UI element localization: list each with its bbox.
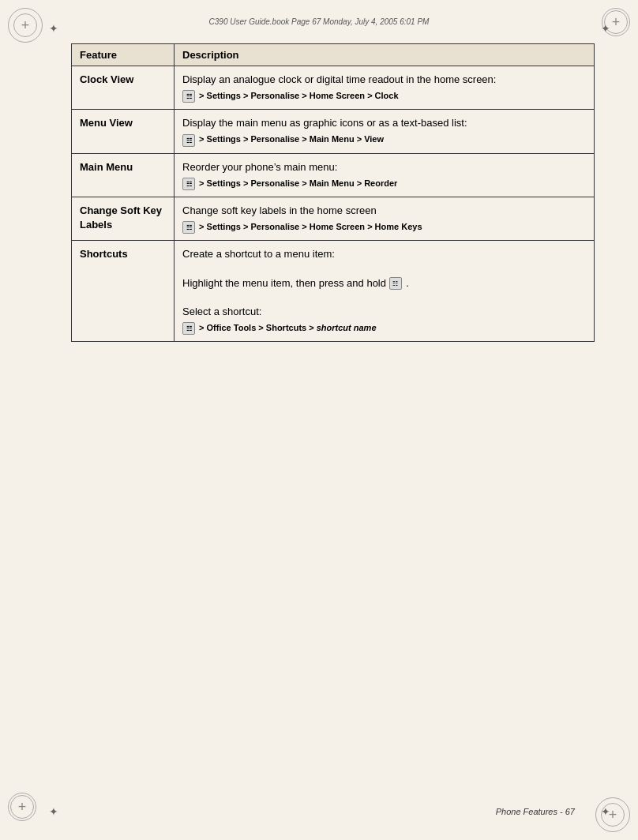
description-text: Change soft key labels in the home scree… [182, 204, 377, 216]
table-row: Change Soft Key Labels Change soft key l… [72, 197, 595, 240]
feature-label-menu-view: Menu View [72, 110, 175, 153]
table-row: Menu View Display the main menu as graph… [72, 110, 595, 153]
content-area: Feature Description Clock View Display a… [71, 43, 595, 797]
feature-label-shortcuts: Shortcuts [72, 241, 175, 342]
edge-mark-bottom-left: ✦ [49, 805, 58, 818]
description-text-1: Create a shortcut to a menu item: [182, 248, 335, 260]
edge-mark-top-right: ✦ [601, 22, 610, 35]
menu-path-shortcuts: ☷ > Office Tools > Shortcuts > shortcut … [182, 322, 586, 335]
corner-decoration-bl [8, 793, 47, 832]
description-text-2: Highlight the menu item, then press and … [182, 277, 409, 289]
col-header-feature: Feature [72, 44, 175, 66]
menu-icon: ☷ [182, 178, 195, 190]
menu-icon: ☷ [182, 221, 195, 234]
description-main-menu: Reorder your phone’s main menu: ☷ > Sett… [175, 153, 595, 197]
menu-icon: ☷ [182, 134, 195, 147]
corner-decoration-tr [591, 8, 630, 47]
col-header-description: Description [175, 44, 595, 66]
description-shortcuts: Create a shortcut to a menu item: Highli… [175, 241, 595, 342]
menu-icon: ☷ [182, 322, 195, 335]
menu-path-menu-view: ☷ > Settings > Personalise > Main Menu >… [182, 133, 586, 146]
corner-decoration-br [591, 793, 630, 832]
table-row: Main Menu Reorder your phone’s main menu… [72, 153, 595, 197]
description-menu-view: Display the main menu as graphic icons o… [175, 110, 595, 153]
menu-icon-inline: ☷ [389, 277, 402, 290]
menu-path-soft-key: ☷ > Settings > Personalise > Home Screen… [182, 221, 586, 234]
description-text: Display an analogue clock or digital tim… [182, 73, 496, 85]
feature-label-clock-view: Clock View [72, 66, 175, 110]
description-text: Reorder your phone’s main menu: [182, 161, 337, 173]
corner-decoration-tl [8, 8, 47, 47]
menu-path-main-menu: ☷ > Settings > Personalise > Main Menu >… [182, 178, 586, 190]
footer-text: Phone Features - 67 [63, 807, 575, 816]
description-soft-key: Change soft key labels in the home scree… [175, 197, 595, 240]
feature-label-soft-key: Change Soft Key Labels [72, 197, 175, 240]
description-clock-view: Display an analogue clock or digital tim… [175, 66, 595, 110]
menu-path-clock-view: ☷ > Settings > Personalise > Home Screen… [182, 90, 586, 103]
feature-table: Feature Description Clock View Display a… [71, 43, 595, 342]
edge-mark-bottom-right: ✦ [601, 805, 610, 818]
edge-mark-top-left: ✦ [49, 22, 58, 35]
feature-label-main-menu: Main Menu [72, 153, 175, 197]
header-text: C390 User Guide.book Page 67 Monday, Jul… [63, 17, 575, 26]
description-text: Display the main menu as graphic icons o… [182, 117, 467, 129]
table-row: Clock View Display an analogue clock or … [72, 66, 595, 110]
page-background: C390 User Guide.book Page 67 Monday, Jul… [0, 0, 638, 840]
description-text-3: Select a shortcut: [182, 306, 261, 317]
menu-icon: ☷ [182, 90, 195, 103]
table-row: Shortcuts Create a shortcut to a menu it… [72, 241, 595, 342]
